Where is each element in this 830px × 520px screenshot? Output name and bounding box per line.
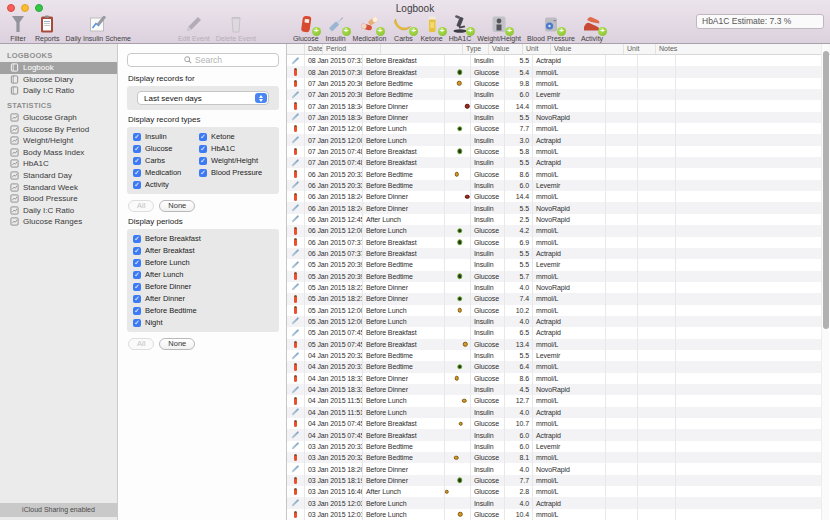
checkbox-icon[interactable]: ✓ <box>133 319 141 327</box>
table-row[interactable]: 07 Jan 2015 12:00Before LunchGlucose7.7m… <box>287 123 821 134</box>
sidebar-item-standard-week[interactable]: Standard Week <box>0 181 117 193</box>
medication-button[interactable]: +Medication <box>353 13 387 43</box>
close-button[interactable] <box>7 4 15 12</box>
activity-button[interactable]: +Activity <box>581 13 603 43</box>
checkbox-after-lunch[interactable]: ✓After Lunch <box>133 270 273 279</box>
table-row[interactable]: 04 Jan 2015 07:45Before BreakfastGlucose… <box>287 418 821 429</box>
table-row[interactable]: 06 Jan 2015 20:33Before BedtimeInsulin6.… <box>287 180 821 191</box>
table-row[interactable]: 06 Jan 2015 18:24Before DinnerInsulin5.5… <box>287 202 821 213</box>
table-row[interactable]: 03 Jan 2015 16:46After LunchGlucose2.8mm… <box>287 486 821 497</box>
blood-pressure-button[interactable]: +Blood Pressure <box>527 13 575 43</box>
vertical-scrollbar[interactable] <box>821 44 829 520</box>
checkbox-icon[interactable]: ✓ <box>133 307 141 315</box>
table-row[interactable]: 06 Jan 2015 18:24Before DinnerGlucose14.… <box>287 191 821 202</box>
table-row[interactable]: 06 Jan 2015 07:37Before BreakfastInsulin… <box>287 248 821 259</box>
checkbox-after-dinner[interactable]: ✓After Dinner <box>133 294 273 303</box>
column-header[interactable] <box>287 44 305 54</box>
column-header[interactable]: Date & Time ∨ <box>305 44 323 54</box>
checkbox-icon[interactable]: ✓ <box>133 259 141 267</box>
glucose-button[interactable]: +Glucose <box>293 13 319 43</box>
checkbox-glucose[interactable]: ✓Glucose <box>133 144 199 153</box>
table-row[interactable]: 04 Jan 2015 07:45Before BreakfastInsulin… <box>287 429 821 440</box>
sidebar-item-daily-i-c-ratio[interactable]: Daily I:C Ratio <box>0 85 117 97</box>
table-row[interactable]: 03 Jan 2015 18:19Before DinnerGlucose7.7… <box>287 475 821 486</box>
table-row[interactable]: 07 Jan 2015 20:36Before BedtimeGlucose9.… <box>287 78 821 89</box>
checkbox-icon[interactable]: ✓ <box>133 181 141 189</box>
checkbox-medication[interactable]: ✓Medication <box>133 168 199 177</box>
table-row[interactable]: 03 Jan 2015 12:03Before LunchInsulin4.0A… <box>287 497 821 508</box>
column-header[interactable]: Type <box>463 44 489 54</box>
checkbox-icon[interactable]: ✓ <box>199 133 207 141</box>
checkbox-weight-height[interactable]: ✓Weight/Height <box>199 156 273 165</box>
sidebar-item-glucose-by-period[interactable]: Glucose By Period <box>0 123 117 135</box>
minimize-button[interactable] <box>21 4 29 12</box>
sidebar-item-glucose-graph[interactable]: Glucose Graph <box>0 112 117 124</box>
checkbox-blood-pressure[interactable]: ✓Blood Pressure <box>199 168 273 177</box>
checkbox-before-lunch[interactable]: ✓Before Lunch <box>133 258 273 267</box>
checkbox-icon[interactable]: ✓ <box>133 295 141 303</box>
carbs-button[interactable]: +Carbs <box>392 13 414 43</box>
zoom-button[interactable] <box>35 4 43 12</box>
table-row[interactable]: 06 Jan 2015 07:37Before BreakfastGlucose… <box>287 237 821 248</box>
checkbox-hba1c[interactable]: ✓HbA1C <box>199 144 273 153</box>
table-row[interactable]: 04 Jan 2015 18:33Before DinnerInsulin4.5… <box>287 384 821 395</box>
sidebar-item-hba1c[interactable]: HbA1C <box>0 158 117 170</box>
table-row[interactable]: 07 Jan 2015 20:36Before BedtimeInsulin6.… <box>287 89 821 100</box>
table-row[interactable]: 08 Jan 2015 07:30Before BreakfastGlucose… <box>287 66 821 77</box>
checkbox-after-breakfast[interactable]: ✓After Breakfast <box>133 246 273 255</box>
checkbox-before-dinner[interactable]: ✓Before Dinner <box>133 282 273 291</box>
table-row[interactable]: 07 Jan 2015 18:34Before DinnerInsulin5.5… <box>287 112 821 123</box>
checkbox-icon[interactable]: ✓ <box>133 169 141 177</box>
sidebar-item-logbook[interactable]: Logbook <box>0 62 117 74</box>
table-row[interactable]: 04 Jan 2015 20:31Before BedtimeGlucose6.… <box>287 361 821 372</box>
periods-none-button[interactable]: None <box>159 338 195 350</box>
checkbox-insulin[interactable]: ✓Insulin <box>133 132 199 141</box>
checkbox-icon[interactable]: ✓ <box>133 157 141 165</box>
checkbox-icon[interactable]: ✓ <box>133 133 141 141</box>
table-row[interactable]: 07 Jan 2015 07:48Before BreakfastInsulin… <box>287 157 821 168</box>
checkbox-icon[interactable]: ✓ <box>133 283 141 291</box>
insulin-button[interactable]: +Insulin <box>325 13 347 43</box>
table-row[interactable]: 04 Jan 2015 11:51Before LunchGlucose12.7… <box>287 395 821 406</box>
record-types-none-button[interactable]: None <box>159 200 195 212</box>
checkbox-activity[interactable]: ✓Activity <box>133 180 199 189</box>
column-header[interactable]: Unit <box>523 44 551 54</box>
checkbox-before-breakfast[interactable]: ✓Before Breakfast <box>133 234 273 243</box>
table-row[interactable]: 04 Jan 2015 11:51Before LunchInsulin4.0A… <box>287 407 821 418</box>
search-input[interactable]: Search <box>127 53 279 67</box>
sidebar-item-blood-pressure[interactable]: Blood Pressure <box>0 193 117 205</box>
table-row[interactable]: 06 Jan 2015 20:33Before BedtimeGlucose8.… <box>287 168 821 179</box>
checkbox-before-bedtime[interactable]: ✓Before Bedtime <box>133 306 273 315</box>
ketone-button[interactable]: +Ketone <box>420 13 442 43</box>
table-row[interactable]: 06 Jan 2015 12:45After LunchInsulin2.5No… <box>287 214 821 225</box>
sidebar-item-standard-day[interactable]: Standard Day <box>0 170 117 182</box>
table-row[interactable]: 03 Jan 2015 20:32Before BedtimeGlucose8.… <box>287 452 821 463</box>
weight-height-button[interactable]: +Weight/Height <box>477 13 521 43</box>
table-row[interactable]: 07 Jan 2015 12:00Before LunchInsulin3.0A… <box>287 134 821 145</box>
table-row[interactable]: 05 Jan 2015 20:39Before BedtimeGlucose5.… <box>287 271 821 282</box>
daily-insulin-scheme-button[interactable]: Daily Insulin Scheme <box>66 13 131 43</box>
table-row[interactable]: 05 Jan 2015 18:21Before DinnerGlucose7.4… <box>287 293 821 304</box>
sidebar-item-body-mass-index[interactable]: Body Mass Index <box>0 147 117 159</box>
table-row[interactable]: 03 Jan 2015 18:20Before DinnerInsulin4.0… <box>287 463 821 474</box>
column-header[interactable]: Value <box>551 44 624 54</box>
column-header[interactable]: Value <box>489 44 523 54</box>
reports-button[interactable]: Reports <box>35 13 60 43</box>
checkbox-icon[interactable]: ✓ <box>199 145 207 153</box>
table-row[interactable]: 05 Jan 2015 12:00Before LunchInsulin4.0A… <box>287 316 821 327</box>
checkbox-ketone[interactable]: ✓Ketone <box>199 132 273 141</box>
sidebar-item-daily-i-c-ratio[interactable]: Daily I:C Ratio <box>0 205 117 217</box>
traffic-lights[interactable] <box>7 4 43 12</box>
table-row[interactable]: 04 Jan 2015 20:32Before BedtimeInsulin5.… <box>287 350 821 361</box>
table-row[interactable]: 03 Jan 2015 12:01Before LunchGlucose10.4… <box>287 509 821 520</box>
column-header[interactable]: Notes <box>656 44 830 54</box>
table-row[interactable]: 07 Jan 2015 18:34Before DinnerGlucose14.… <box>287 100 821 111</box>
scrollbar-thumb[interactable] <box>823 51 829 329</box>
checkbox-icon[interactable]: ✓ <box>133 145 141 153</box>
column-header[interactable] <box>381 44 463 54</box>
table-row[interactable]: 05 Jan 2015 18:23Before DinnerInsulin4.0… <box>287 282 821 293</box>
column-header[interactable]: Period <box>323 44 381 54</box>
table-row[interactable]: 06 Jan 2015 12:00Before LunchGlucose4.2m… <box>287 225 821 236</box>
checkbox-night[interactable]: ✓Night <box>133 318 273 327</box>
table-row[interactable]: 05 Jan 2015 20:39Before BedtimeInsulin5.… <box>287 259 821 270</box>
